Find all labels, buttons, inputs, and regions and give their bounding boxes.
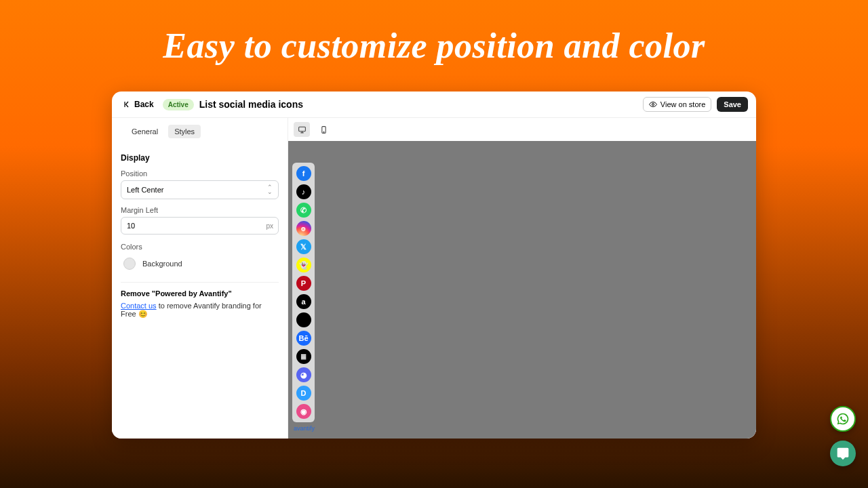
app-window: Back Active List social media icons View…: [112, 92, 756, 439]
social-amazon-icon[interactable]: a: [296, 294, 311, 309]
sidebar: General Styles Display Position Left Cen…: [112, 118, 288, 439]
contact-us-link[interactable]: Contact us: [121, 302, 157, 310]
social-pinterest-icon[interactable]: P: [296, 276, 311, 291]
remove-branding-title: Remove "Powered by Avantify": [121, 289, 279, 298]
view-on-store-label: View on store: [660, 100, 705, 108]
social-behance-icon[interactable]: Bē: [296, 331, 311, 346]
colors-label: Colors: [121, 243, 279, 251]
eye-icon: [649, 100, 657, 108]
position-label: Position: [121, 169, 279, 178]
back-label: Back: [134, 100, 154, 109]
mobile-icon: [319, 125, 328, 134]
social-whatsapp-icon[interactable]: ✆: [296, 203, 311, 218]
device-tab-mobile[interactable]: [315, 122, 332, 137]
social-icon-bar: f♪✆⌾𝕏👻PaBē≣◕D◉: [292, 163, 315, 422]
background-color-label: Background: [142, 260, 182, 268]
preview-canvas: f♪✆⌾𝕏👻PaBē≣◕D◉ avantify: [288, 141, 756, 439]
sidebar-tabs: General Styles: [112, 118, 288, 145]
page-title: List social media icons: [199, 99, 303, 110]
watermark-text: avantify: [294, 425, 315, 432]
chevron-updown-icon: ⌃⌄: [267, 185, 273, 195]
floating-chat-button[interactable]: [830, 441, 856, 466]
tab-general[interactable]: General: [125, 125, 164, 138]
back-button[interactable]: Back: [120, 96, 157, 113]
position-value: Left Center: [127, 186, 163, 194]
social-instagram-icon[interactable]: ⌾: [296, 221, 311, 236]
social-buffer-icon[interactable]: ≣: [296, 349, 311, 364]
desktop-icon: [298, 125, 307, 134]
svg-point-0: [652, 104, 654, 106]
tab-styles[interactable]: Styles: [168, 125, 201, 138]
display-section-title: Display: [121, 153, 279, 163]
svg-rect-1: [298, 127, 305, 131]
social-tiktok-icon[interactable]: ♪: [296, 184, 311, 199]
whatsapp-icon: [836, 412, 850, 426]
remove-branding-text: Contact us to remove Avantify branding f…: [121, 302, 279, 319]
social-disqus-icon[interactable]: D: [296, 386, 311, 401]
margin-left-input[interactable]: [121, 217, 279, 235]
position-select[interactable]: Left Center ⌃⌄: [121, 180, 279, 199]
divider: [121, 282, 279, 283]
margin-left-label: Margin Left: [121, 206, 279, 214]
background-color-swatch[interactable]: [123, 258, 136, 270]
social-snapchat-icon[interactable]: 👻: [296, 258, 311, 272]
save-button[interactable]: Save: [717, 97, 748, 112]
preview-area: f♪✆⌾𝕏👻PaBē≣◕D◉ avantify: [288, 118, 756, 439]
view-on-store-button[interactable]: View on store: [643, 97, 711, 112]
floating-whatsapp-button[interactable]: [830, 406, 856, 432]
margin-left-suffix: px: [266, 222, 273, 230]
social-dribbble-icon[interactable]: ◉: [296, 404, 311, 419]
back-icon: [123, 100, 132, 108]
svg-point-3: [323, 131, 324, 132]
hero-title: Easy to customize position and color: [0, 0, 868, 66]
social-discord-icon[interactable]: ◕: [296, 367, 311, 382]
social-facebook-icon[interactable]: f: [296, 166, 311, 181]
status-badge: Active: [163, 99, 194, 110]
social-apple-icon[interactable]: [296, 312, 311, 327]
app-header: Back Active List social media icons View…: [112, 92, 756, 118]
social-twitter-icon[interactable]: 𝕏: [296, 239, 311, 254]
chat-icon: [836, 447, 850, 460]
device-tab-desktop[interactable]: [294, 122, 310, 137]
device-tabs: [288, 118, 756, 141]
